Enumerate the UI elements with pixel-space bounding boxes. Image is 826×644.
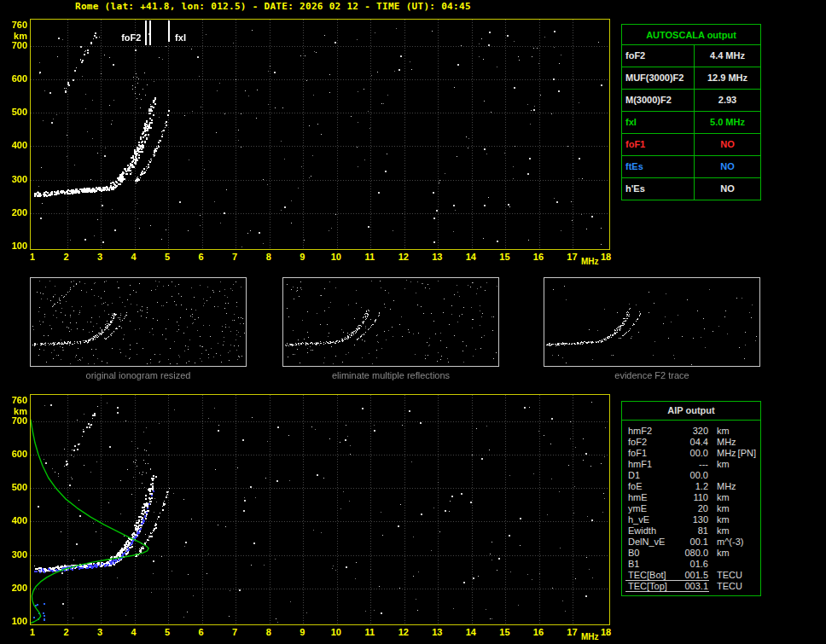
- x-tick-label: 6: [190, 627, 212, 637]
- x-tick-label: 11: [358, 627, 381, 637]
- top-ionogram-plot: foF2 fxI: [30, 19, 610, 250]
- autoscala-param: M(3000)F2: [622, 90, 695, 111]
- aip-unit: [708, 470, 717, 481]
- x-tick-label: 2: [55, 252, 78, 262]
- y-tick-label: 400: [2, 140, 27, 150]
- aip-row-ymE: ymE20km: [622, 503, 760, 514]
- x-tick-label: 9: [291, 627, 313, 637]
- autoscala-value: NO: [695, 178, 760, 200]
- aip-row-foE: foE1.2MHz: [622, 481, 760, 492]
- aip-value: 00.0: [678, 470, 708, 481]
- x-tick-label: 7: [224, 627, 246, 637]
- aip-output-table: AIP output hmF2320kmfoF204.4MHzfoF100.0M…: [621, 401, 761, 596]
- aip-param: ymE: [622, 503, 678, 514]
- thumbnail-eliminate-reflections: [282, 277, 499, 367]
- y-tick-label: 300: [2, 549, 27, 560]
- autoscala-value: 12.9 MHz: [695, 67, 760, 89]
- autoscala-value: 5.0 MHz: [695, 112, 760, 133]
- aip-unit: TECU: [708, 570, 742, 581]
- aip-row-DelN_vE: DelN_vE00.1m^(-3): [622, 537, 760, 548]
- x-tick-label: 5: [156, 627, 178, 637]
- x-tick-label: 6: [190, 252, 212, 262]
- aip-value: 320: [678, 426, 708, 437]
- y-tick-label: 300: [2, 174, 27, 184]
- aip-unit: MHz: [708, 437, 736, 448]
- y-tick-label: 760: [2, 20, 27, 30]
- top-ionogram-canvas: [31, 20, 609, 249]
- x-tick-label: 8: [258, 627, 280, 637]
- aip-param: foF2: [622, 437, 678, 448]
- autoscala-rows: foF24.4 MHzMUF(3000)F212.9 MHzM(3000)F22…: [622, 44, 760, 200]
- autoscala-row-MUF(3000)F2: MUF(3000)F212.9 MHz: [622, 67, 760, 89]
- thumbnail-evidence-f2: [544, 277, 760, 367]
- y-tick-label: 760: [2, 395, 27, 405]
- autoscala-value: 4.4 MHz: [695, 45, 760, 67]
- window-title: Rome (lat: +41.8, lon: 012.5) - DATE: 20…: [75, 1, 471, 12]
- aip-param: hmF1: [622, 459, 678, 470]
- aip-row-B0: B0080.0km: [622, 548, 760, 559]
- x-tick-label: 10: [325, 627, 347, 637]
- x-axis-unit: MHz: [581, 257, 599, 266]
- x-tick-label: 12: [393, 252, 415, 262]
- aip-row-foF1: foF100.0MHz[PN]: [622, 448, 760, 459]
- bottom-ionogram-plot: [30, 394, 610, 625]
- aip-value: 00.1: [678, 537, 708, 548]
- aip-unit: TECU: [708, 581, 742, 592]
- aip-param: D1: [622, 470, 678, 481]
- aip-param: DelN_vE: [622, 537, 678, 548]
- x-tick-label: 16: [527, 252, 550, 262]
- aip-row-TEC[Top]: TEC[Top]003.1TECU: [622, 581, 760, 592]
- y-tick-label: 700: [2, 415, 27, 426]
- x-tick-label: 14: [460, 252, 482, 262]
- x-tick-label: 17: [561, 252, 583, 262]
- aip-param: hmF2: [622, 426, 678, 437]
- aip-row-TEC[Bot]: TEC[Bot]001.5TECU: [622, 570, 760, 581]
- thumbnail-original-ionogram: [30, 277, 247, 367]
- x-tick-label: 13: [426, 627, 448, 637]
- aip-param: foF1: [622, 448, 678, 459]
- autoscala-row-M(3000)F2: M(3000)F22.93: [622, 89, 760, 111]
- y-tick-label: 200: [2, 207, 27, 218]
- aip-value: 04.4: [678, 437, 708, 448]
- aip-value: 110: [678, 492, 708, 503]
- x-tick-label: 16: [527, 627, 550, 637]
- y-tick-label: 700: [2, 40, 27, 50]
- aip-table-title: AIP output: [622, 402, 760, 421]
- x-tick-label: 3: [89, 252, 111, 262]
- bottom-ionogram-canvas: [31, 395, 609, 624]
- aip-row-B1: B101.6: [622, 559, 760, 570]
- x-tick-label: 13: [426, 252, 448, 262]
- x-axis-unit: MHz: [581, 632, 599, 641]
- x-tick-label: 1: [21, 627, 44, 637]
- y-tick-label: 600: [2, 449, 27, 459]
- autoscala-window: { "header": { "title": "Rome (lat: +41.8…: [0, 0, 826, 644]
- x-tick-label: 11: [358, 252, 381, 262]
- y-tick-label: 100: [2, 616, 27, 626]
- aip-row-D1: D100.0: [622, 470, 760, 481]
- aip-value: 01.6: [678, 559, 708, 570]
- aip-rows: hmF2320kmfoF204.4MHzfoF100.0MHz[PN]hmF1-…: [622, 421, 760, 592]
- thumbnail-caption: original ionogram resized: [30, 370, 247, 380]
- autoscala-param: foF2: [622, 45, 695, 67]
- aip-unit: km: [708, 514, 730, 525]
- autoscala-param: foF1: [622, 134, 695, 155]
- thumbnail-original-canvas: [31, 278, 246, 366]
- x-tick-label: 15: [493, 252, 515, 262]
- x-tick-label: 9: [291, 252, 313, 262]
- autoscala-row-ftEs: ftEsNO: [622, 155, 760, 177]
- aip-param: B1: [622, 559, 678, 570]
- autoscala-param: ftEs: [622, 156, 695, 177]
- thumbnail-caption: evidence F2 trace: [544, 370, 760, 380]
- autoscala-row-h'Es: h'EsNO: [622, 177, 760, 200]
- aip-value: 1.2: [678, 481, 708, 492]
- autoscala-param: h'Es: [622, 178, 695, 200]
- y-tick-label: 500: [2, 482, 27, 492]
- x-tick-label: 3: [89, 627, 111, 637]
- aip-value: 130: [678, 514, 708, 525]
- aip-param: hmE: [622, 492, 678, 503]
- thumbnail-eliminate-canvas: [283, 278, 498, 366]
- autoscala-param: fxI: [622, 112, 695, 133]
- x-tick-label: 5: [156, 252, 178, 262]
- foF2-marker-label: foF2: [121, 32, 141, 43]
- x-tick-label: 15: [493, 627, 515, 637]
